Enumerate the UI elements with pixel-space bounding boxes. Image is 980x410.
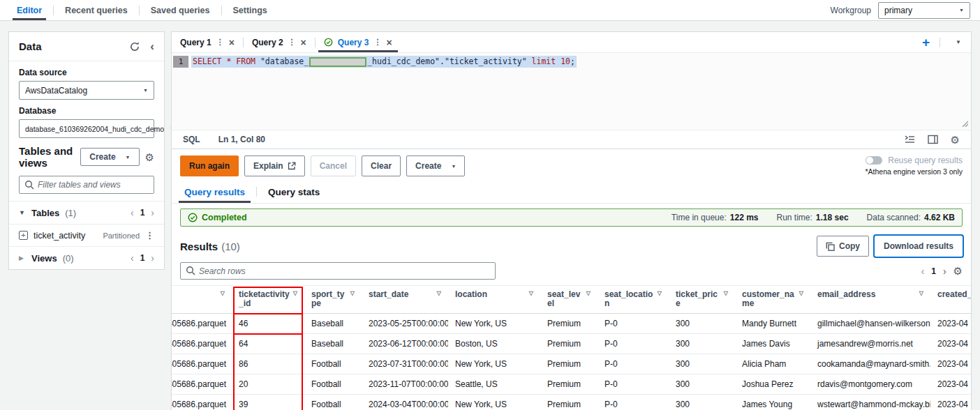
cell-location: New York, US [448, 395, 540, 410]
close-icon[interactable]: × [229, 37, 235, 48]
filter-icon[interactable]: ▽ [721, 290, 728, 296]
column-header-email_address[interactable]: email_address▽ [810, 286, 930, 314]
column-header-customer_name[interactable]: customer_name▽ [735, 286, 810, 314]
views-section-header[interactable]: ▶ Views (0) ‹ 1 › [9, 246, 164, 269]
cell-sport_type: Football [304, 374, 362, 395]
collapse-panel-icon[interactable]: ‹ [150, 43, 154, 51]
tab-editor[interactable]: Editor [6, 0, 53, 20]
explain-button[interactable]: Explain [244, 155, 305, 176]
caret-down-icon[interactable]: ▼ [19, 209, 26, 216]
cell-ticket_price: 300 [669, 314, 735, 334]
column-header-seat_level[interactable]: seat_level▽ [540, 286, 597, 314]
views-label: Views [31, 253, 57, 264]
column-header-seat_location[interactable]: seat_location▽ [597, 286, 669, 314]
filter-tables-input[interactable] [19, 176, 154, 194]
tab-recent-queries[interactable]: Recent queries [54, 0, 139, 20]
kebab-menu-icon[interactable]: ⋮ [145, 230, 154, 241]
page-number: 1 [140, 253, 145, 263]
filter-icon[interactable]: ▽ [348, 290, 355, 296]
cell-seat_level: Premium [540, 354, 597, 374]
filter-icon[interactable]: ▽ [916, 290, 923, 296]
column-header-created_[interactable]: created_ [930, 286, 972, 314]
editor-settings-gear-icon[interactable]: ⚙ [951, 135, 960, 145]
reuse-query-results-toggle[interactable] [866, 156, 882, 165]
filter-icon[interactable]: ▽ [796, 290, 803, 296]
tab-query-stats[interactable]: Query stats [257, 181, 331, 203]
filter-icon[interactable]: ▽ [290, 290, 297, 296]
expand-table-icon[interactable]: + [19, 231, 28, 240]
tab-list-chevron-icon[interactable]: ▼ [956, 39, 961, 45]
query-tab-3[interactable]: Query 3 ⋮ × [315, 32, 401, 52]
copy-button[interactable]: Copy [817, 236, 869, 257]
filter-icon[interactable]: ▽ [218, 290, 225, 296]
query-tab-1[interactable]: Query 1 ⋮ × [172, 32, 243, 52]
results-toolbar: ‹ 1 › ⚙ [180, 262, 963, 280]
column-header-sport_type[interactable]: sport_type▽ [304, 286, 362, 314]
filter-icon[interactable]: ▽ [655, 290, 662, 296]
cell-file: 54405686.parquet [172, 374, 232, 395]
close-icon[interactable]: × [386, 37, 392, 48]
cancel-button[interactable]: Cancel [311, 155, 356, 176]
workgroup-area: Workgroup primary ▼ [831, 2, 970, 19]
create-dropdown-button[interactable]: Create▼ [406, 155, 465, 176]
cell-customer_name: Joshua Perez [735, 374, 810, 395]
cell-ticket_price: 300 [669, 395, 735, 410]
tab-saved-queries[interactable]: Saved queries [140, 0, 221, 20]
cell-ticketactivity_id: 20 [232, 374, 304, 395]
database-select[interactable]: database_610369262004_hudi_cdc_demo ▼ [19, 119, 154, 138]
page-prev-icon[interactable]: ‹ [921, 266, 925, 277]
results-header: Results (10) Copy Download results [180, 236, 963, 257]
sql-code-line[interactable]: SELECT * FROM "database__hudi_cdc_demo".… [191, 56, 577, 68]
page-next-icon[interactable]: › [943, 266, 946, 277]
data-panel: Data ‹ Data source AwsDataCatalog ▼ Data… [8, 31, 165, 270]
sidebar-item-ticket-activity[interactable]: + ticket_activity Partitioned ⋮ [9, 224, 164, 246]
column-header-ticket_price[interactable]: ticket_price▽ [669, 286, 735, 314]
chevron-down-icon: ▼ [451, 164, 456, 169]
data-source-value: AwsDataCatalog [25, 86, 87, 96]
resize-handle[interactable] [961, 120, 968, 127]
column-header-ticketactivity_id[interactable]: ticketactivity_id▽ [232, 286, 304, 314]
filter-icon[interactable]: ▽ [526, 290, 533, 296]
query-tab-2[interactable]: Query 2 ⋮ × [244, 32, 315, 52]
download-results-button[interactable]: Download results [875, 236, 963, 257]
run-again-button[interactable]: Run again [180, 155, 239, 176]
workgroup-select[interactable]: primary ▼ [878, 2, 970, 19]
tab-settings[interactable]: Settings [222, 0, 279, 20]
format-query-icon[interactable] [904, 135, 915, 144]
cell-sport_type: Football [304, 395, 362, 410]
tab-query-results[interactable]: Query results [173, 181, 256, 203]
results-settings-gear-icon[interactable]: ⚙ [953, 266, 963, 276]
kebab-menu-icon[interactable]: ⋮ [373, 38, 381, 47]
close-icon[interactable]: × [301, 37, 306, 48]
create-button[interactable]: Create▼ [80, 148, 139, 166]
content-area: Data ‹ Data source AwsDataCatalog ▼ Data… [0, 21, 980, 410]
cell-email_address: gillmichael@hansen-wilkerson.info [810, 314, 930, 334]
cell-created_: 2023-04 [930, 314, 972, 334]
split-panel-icon[interactable] [928, 135, 938, 144]
results-title: Results [180, 241, 218, 252]
chevron-down-icon: ▼ [959, 8, 964, 13]
search-rows-input[interactable] [180, 262, 496, 280]
column-header-location[interactable]: location▽ [448, 286, 540, 314]
caret-right-icon[interactable]: ▶ [19, 255, 26, 261]
data-source-select[interactable]: AwsDataCatalog ▼ [19, 81, 154, 100]
column-header-start_date[interactable]: start_date▽ [362, 286, 448, 314]
tables-section-header[interactable]: ▼ Tables (1) ‹ 1 › [9, 201, 164, 224]
column-header-blank[interactable]: ▽ [172, 286, 232, 314]
gear-icon[interactable]: ⚙ [145, 152, 154, 162]
page-prev-icon[interactable]: ‹ [131, 207, 134, 218]
kebab-menu-icon[interactable]: ⋮ [216, 38, 224, 47]
kebab-menu-icon[interactable]: ⋮ [288, 38, 296, 47]
time-in-queue: Time in queue:122 ms [671, 213, 759, 222]
filter-icon[interactable]: ▽ [584, 290, 591, 296]
clear-button[interactable]: Clear [362, 155, 401, 176]
filter-icon[interactable]: ▽ [434, 290, 441, 296]
page-next-icon[interactable]: › [151, 252, 154, 264]
page-prev-icon[interactable]: ‹ [131, 252, 134, 264]
new-query-tab-icon[interactable]: + [922, 35, 930, 50]
page-next-icon[interactable]: › [151, 207, 154, 218]
page-number: 1 [931, 266, 936, 276]
sql-editor[interactable]: 1 SELECT * FROM "database__hudi_cdc_demo… [172, 53, 971, 130]
cell-customer_name: Alicia Pham [735, 354, 810, 374]
refresh-icon[interactable] [129, 41, 140, 52]
